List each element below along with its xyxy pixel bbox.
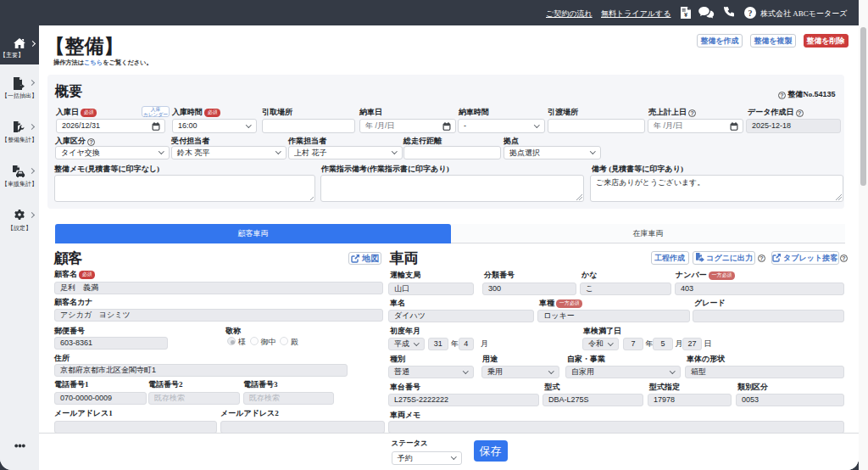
svg-text:?: ? <box>748 8 753 18</box>
